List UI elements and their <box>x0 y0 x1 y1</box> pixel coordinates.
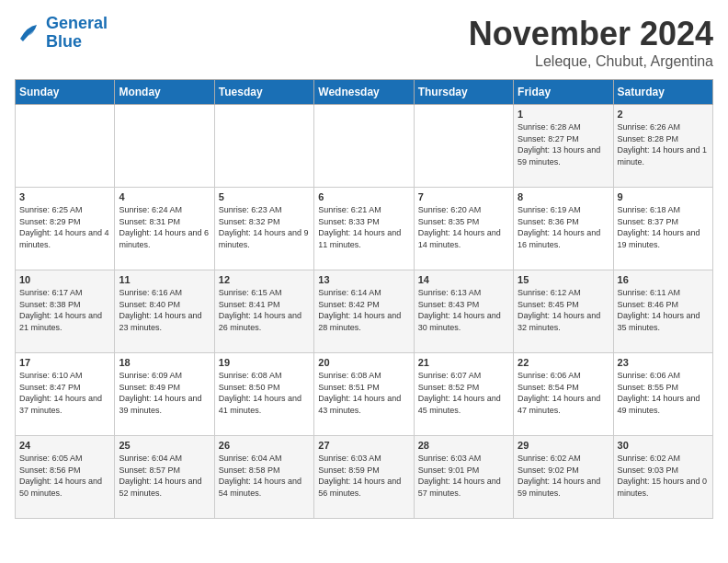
calendar-cell: 22 Sunrise: 6:06 AMSunset: 8:54 PMDaylig… <box>514 353 613 436</box>
day-detail: Sunrise: 6:03 AMSunset: 8:59 PMDaylight:… <box>318 453 409 499</box>
day-detail: Sunrise: 6:04 AMSunset: 8:57 PMDaylight:… <box>119 453 210 499</box>
calendar-cell: 9 Sunrise: 6:18 AMSunset: 8:37 PMDayligh… <box>613 188 712 270</box>
calendar-cell: 21 Sunrise: 6:07 AMSunset: 8:52 PMDaylig… <box>414 353 513 436</box>
calendar-cell: 8 Sunrise: 6:19 AMSunset: 8:36 PMDayligh… <box>514 188 613 270</box>
header-friday: Friday <box>514 80 613 105</box>
day-detail: Sunrise: 6:05 AMSunset: 8:56 PMDaylight:… <box>19 453 110 499</box>
calendar-cell <box>414 105 513 188</box>
calendar-cell: 10 Sunrise: 6:17 AMSunset: 8:38 PMDaylig… <box>16 270 115 353</box>
calendar-cell: 2 Sunrise: 6:26 AMSunset: 8:28 PMDayligh… <box>613 105 712 188</box>
calendar-cell <box>214 105 313 188</box>
day-number: 2 <box>618 109 709 120</box>
day-number: 26 <box>219 440 310 451</box>
day-detail: Sunrise: 6:23 AMSunset: 8:32 PMDaylight:… <box>219 204 310 250</box>
day-detail: Sunrise: 6:25 AMSunset: 8:29 PMDaylight:… <box>19 204 110 250</box>
calendar-cell: 23 Sunrise: 6:06 AMSunset: 8:55 PMDaylig… <box>613 353 712 436</box>
day-number: 20 <box>318 357 409 368</box>
header-tuesday: Tuesday <box>214 80 313 105</box>
day-detail: Sunrise: 6:02 AMSunset: 9:03 PMDaylight:… <box>618 453 709 499</box>
day-number: 9 <box>618 191 709 202</box>
day-detail: Sunrise: 6:02 AMSunset: 9:02 PMDaylight:… <box>518 453 609 499</box>
day-detail: Sunrise: 6:07 AMSunset: 8:52 PMDaylight:… <box>418 370 509 416</box>
calendar-cell: 19 Sunrise: 6:08 AMSunset: 8:50 PMDaylig… <box>214 353 313 436</box>
calendar-header-row: SundayMondayTuesdayWednesdayThursdayFrid… <box>16 80 713 105</box>
day-number: 23 <box>618 357 709 368</box>
day-detail: Sunrise: 6:08 AMSunset: 8:50 PMDaylight:… <box>219 370 310 416</box>
day-number: 3 <box>19 191 110 202</box>
day-detail: Sunrise: 6:10 AMSunset: 8:47 PMDaylight:… <box>19 370 110 416</box>
calendar-cell: 1 Sunrise: 6:28 AMSunset: 8:27 PMDayligh… <box>514 105 613 188</box>
day-detail: Sunrise: 6:24 AMSunset: 8:31 PMDaylight:… <box>119 204 210 250</box>
logo-text: General Blue <box>46 15 108 52</box>
calendar-cell: 12 Sunrise: 6:15 AMSunset: 8:41 PMDaylig… <box>214 270 313 353</box>
day-detail: Sunrise: 6:03 AMSunset: 9:01 PMDaylight:… <box>418 453 509 499</box>
day-detail: Sunrise: 6:18 AMSunset: 8:37 PMDaylight:… <box>618 204 709 250</box>
week-row-0: 1 Sunrise: 6:28 AMSunset: 8:27 PMDayligh… <box>16 105 713 188</box>
day-number: 14 <box>418 274 509 285</box>
day-number: 16 <box>618 274 709 285</box>
day-number: 18 <box>119 357 210 368</box>
calendar-cell: 30 Sunrise: 6:02 AMSunset: 9:03 PMDaylig… <box>613 436 712 519</box>
day-number: 8 <box>518 191 609 202</box>
day-detail: Sunrise: 6:13 AMSunset: 8:43 PMDaylight:… <box>418 287 509 333</box>
calendar-cell: 29 Sunrise: 6:02 AMSunset: 9:02 PMDaylig… <box>514 436 613 519</box>
calendar-cell: 11 Sunrise: 6:16 AMSunset: 8:40 PMDaylig… <box>115 270 214 353</box>
day-number: 1 <box>518 109 609 120</box>
day-number: 21 <box>418 357 509 368</box>
day-number: 13 <box>318 274 409 285</box>
day-detail: Sunrise: 6:28 AMSunset: 8:27 PMDaylight:… <box>518 121 609 167</box>
day-detail: Sunrise: 6:06 AMSunset: 8:55 PMDaylight:… <box>618 370 709 416</box>
day-number: 27 <box>318 440 409 451</box>
calendar-cell: 13 Sunrise: 6:14 AMSunset: 8:42 PMDaylig… <box>314 270 414 353</box>
calendar-cell: 20 Sunrise: 6:08 AMSunset: 8:51 PMDaylig… <box>314 353 414 436</box>
calendar-cell <box>314 105 414 188</box>
day-detail: Sunrise: 6:11 AMSunset: 8:46 PMDaylight:… <box>618 287 709 333</box>
calendar-cell: 6 Sunrise: 6:21 AMSunset: 8:33 PMDayligh… <box>314 188 414 270</box>
day-detail: Sunrise: 6:19 AMSunset: 8:36 PMDaylight:… <box>518 204 609 250</box>
day-number: 24 <box>19 440 110 451</box>
header-wednesday: Wednesday <box>314 80 414 105</box>
logo-line2: Blue <box>46 32 82 51</box>
day-detail: Sunrise: 6:15 AMSunset: 8:41 PMDaylight:… <box>219 287 310 333</box>
calendar-cell: 27 Sunrise: 6:03 AMSunset: 8:59 PMDaylig… <box>314 436 414 519</box>
day-number: 29 <box>518 440 609 451</box>
day-number: 30 <box>618 440 709 451</box>
location-subtitle: Leleque, Chubut, Argentina <box>469 53 713 70</box>
day-detail: Sunrise: 6:09 AMSunset: 8:49 PMDaylight:… <box>119 370 210 416</box>
day-number: 4 <box>119 191 210 202</box>
day-number: 28 <box>418 440 509 451</box>
day-number: 12 <box>219 274 310 285</box>
day-number: 5 <box>219 191 310 202</box>
calendar-cell: 16 Sunrise: 6:11 AMSunset: 8:46 PMDaylig… <box>613 270 712 353</box>
day-number: 25 <box>119 440 210 451</box>
day-number: 22 <box>518 357 609 368</box>
week-row-3: 17 Sunrise: 6:10 AMSunset: 8:47 PMDaylig… <box>16 353 713 436</box>
week-row-2: 10 Sunrise: 6:17 AMSunset: 8:38 PMDaylig… <box>16 270 713 353</box>
calendar-table: SundayMondayTuesdayWednesdayThursdayFrid… <box>15 79 713 519</box>
week-row-4: 24 Sunrise: 6:05 AMSunset: 8:56 PMDaylig… <box>16 436 713 519</box>
calendar-cell: 17 Sunrise: 6:10 AMSunset: 8:47 PMDaylig… <box>16 353 115 436</box>
calendar-cell: 15 Sunrise: 6:12 AMSunset: 8:45 PMDaylig… <box>514 270 613 353</box>
logo-icon <box>15 19 42 47</box>
calendar-cell <box>115 105 214 188</box>
logo-line1: General <box>46 14 108 32</box>
month-title: November 2024 <box>469 15 713 53</box>
day-detail: Sunrise: 6:20 AMSunset: 8:35 PMDaylight:… <box>418 204 509 250</box>
calendar-cell: 7 Sunrise: 6:20 AMSunset: 8:35 PMDayligh… <box>414 188 513 270</box>
day-number: 17 <box>19 357 110 368</box>
header: General Blue November 2024 Leleque, Chub… <box>15 15 713 70</box>
day-detail: Sunrise: 6:08 AMSunset: 8:51 PMDaylight:… <box>318 370 409 416</box>
header-saturday: Saturday <box>613 80 712 105</box>
title-area: November 2024 Leleque, Chubut, Argentina <box>469 15 713 70</box>
logo: General Blue <box>15 15 108 52</box>
header-thursday: Thursday <box>414 80 513 105</box>
calendar-cell: 24 Sunrise: 6:05 AMSunset: 8:56 PMDaylig… <box>16 436 115 519</box>
day-detail: Sunrise: 6:06 AMSunset: 8:54 PMDaylight:… <box>518 370 609 416</box>
header-monday: Monday <box>115 80 214 105</box>
calendar-cell: 5 Sunrise: 6:23 AMSunset: 8:32 PMDayligh… <box>214 188 313 270</box>
day-detail: Sunrise: 6:12 AMSunset: 8:45 PMDaylight:… <box>518 287 609 333</box>
calendar-cell: 4 Sunrise: 6:24 AMSunset: 8:31 PMDayligh… <box>115 188 214 270</box>
day-detail: Sunrise: 6:04 AMSunset: 8:58 PMDaylight:… <box>219 453 310 499</box>
day-number: 19 <box>219 357 310 368</box>
day-detail: Sunrise: 6:17 AMSunset: 8:38 PMDaylight:… <box>19 287 110 333</box>
